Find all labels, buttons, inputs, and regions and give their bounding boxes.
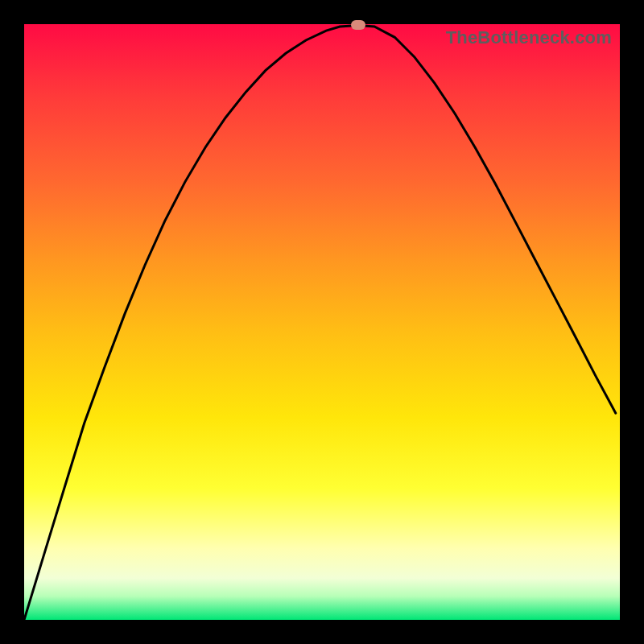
watermark-label: TheBottleneck.com [446, 27, 612, 48]
bottleneck-curve [24, 24, 620, 620]
plot-area: TheBottleneck.com [24, 24, 620, 620]
chart-frame: TheBottleneck.com [0, 0, 644, 644]
curve-path [24, 26, 616, 621]
minimum-marker [351, 20, 365, 30]
